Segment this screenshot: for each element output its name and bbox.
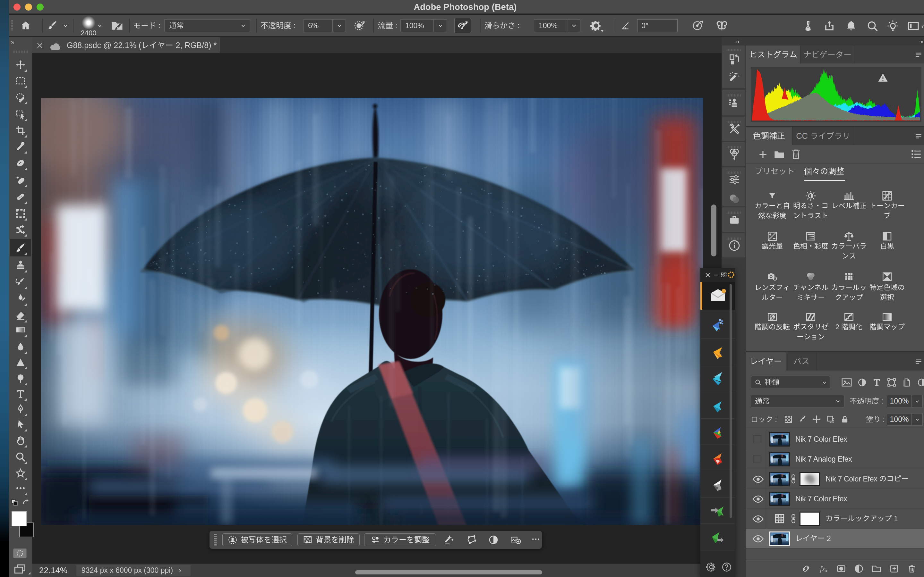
svg-text:fx: fx [820,565,825,572]
